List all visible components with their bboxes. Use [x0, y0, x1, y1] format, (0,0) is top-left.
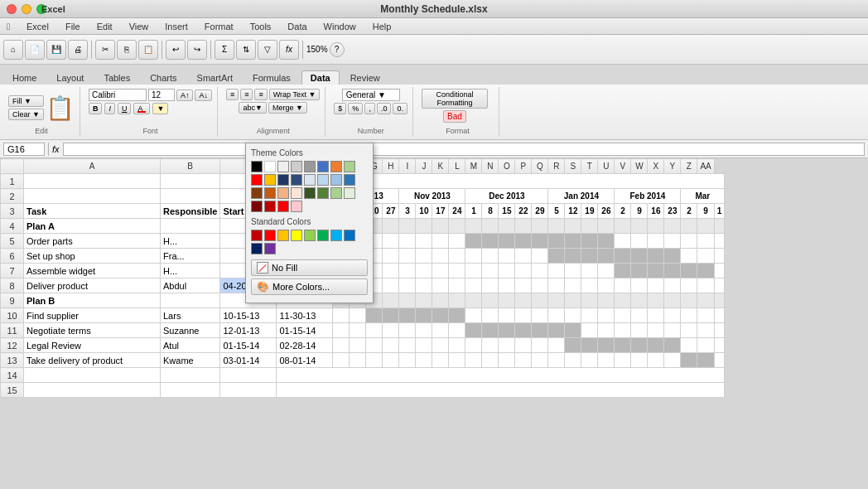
toolbar-save-btn[interactable]: 💾 [46, 40, 66, 60]
col-header-K[interactable]: K [432, 159, 449, 174]
std-swatch-10[interactable] [264, 243, 276, 254]
wrap-text-btn[interactable]: Wrap Text ▼ [269, 89, 321, 100]
clear-btn[interactable]: Clear ▼ [8, 109, 44, 120]
swatch-lightblue2[interactable] [317, 174, 329, 186]
start-legal[interactable]: 01-15-14 [220, 338, 277, 353]
col-header-V[interactable]: V [615, 159, 631, 174]
swatch-lightgray[interactable] [277, 161, 289, 172]
currency-btn[interactable]: $ [334, 103, 346, 114]
end-negotiate[interactable]: 01-15-14 [277, 323, 333, 338]
col-header-U[interactable]: U [598, 159, 615, 174]
swatch-palegreen[interactable] [344, 187, 355, 199]
swatch-darkred[interactable] [251, 201, 263, 212]
end-delivery[interactable]: 08-01-14 [277, 353, 333, 368]
tab-data[interactable]: Data [301, 70, 340, 85]
cell-A14[interactable] [24, 368, 161, 383]
resp-deliver[interactable]: Abdul [161, 278, 220, 293]
task-deliver[interactable]: Deliver product [24, 278, 161, 293]
start-negotiate[interactable]: 12-01-13 [220, 323, 277, 338]
tab-review[interactable]: Review [341, 70, 389, 85]
menu-file[interactable]: File [62, 22, 84, 31]
cell-C15[interactable] [220, 383, 277, 398]
more-colors-btn[interactable]: 🎨 More Colors... [251, 278, 368, 295]
conditional-formatting-btn[interactable]: ConditionalFormatting [422, 89, 488, 109]
cell-reference[interactable] [3, 143, 45, 156]
col-header-A[interactable]: A [24, 159, 161, 174]
close-button[interactable] [7, 4, 17, 14]
task-negotiate[interactable]: Negotiate terms [24, 323, 161, 338]
comma-btn[interactable]: , [364, 103, 375, 114]
start-find-supplier[interactable]: 10-15-13 [220, 308, 277, 323]
col-header-H[interactable]: H [383, 159, 399, 174]
decimal-inc-btn[interactable]: .0 [377, 103, 392, 114]
toolbar-print-btn[interactable]: 🖨 [68, 40, 88, 60]
align-center-btn[interactable]: ≡ [240, 89, 253, 100]
col-header-T[interactable]: T [581, 159, 598, 174]
col-header-J[interactable]: J [416, 159, 432, 174]
col-header-Y[interactable]: Y [664, 159, 681, 174]
col-header-O[interactable]: O [499, 159, 515, 174]
toolbar-paste-btn[interactable]: 📋 [138, 40, 158, 60]
underline-btn[interactable]: U [118, 103, 132, 114]
col-header-Z[interactable]: Z [681, 159, 697, 174]
col-header-R[interactable]: R [548, 159, 565, 174]
col-header-AA[interactable]: AA [697, 159, 714, 174]
cell-A15[interactable] [24, 383, 161, 398]
swatch-blue[interactable] [317, 161, 329, 172]
std-swatch-8[interactable] [344, 230, 355, 241]
end-find-supplier[interactable]: 11-30-13 [277, 308, 333, 323]
resp-assemble[interactable]: H... [161, 264, 220, 278]
task-find-supplier[interactable]: Find supplier [24, 308, 161, 323]
std-swatch-9[interactable] [251, 243, 263, 254]
resp-setup[interactable]: Fra... [161, 249, 220, 264]
toolbar-redo-btn[interactable]: ↪ [187, 40, 207, 60]
cell-A1[interactable] [24, 174, 161, 189]
fill-color-btn[interactable]: ▼ [152, 103, 168, 114]
align-left-btn[interactable]: ≡ [226, 89, 239, 100]
swatch-black[interactable] [251, 161, 263, 172]
swatch-green[interactable] [344, 161, 355, 172]
cell-B15[interactable] [161, 383, 220, 398]
menu-excel[interactable]: Excel [23, 22, 52, 31]
minimize-button[interactable] [22, 4, 31, 14]
italic-btn[interactable]: I [104, 103, 115, 114]
task-setup[interactable]: Set up shop [24, 249, 161, 264]
toolbar-copy-btn[interactable]: ⎘ [117, 40, 137, 60]
col-header-W[interactable]: W [631, 159, 648, 174]
toolbar-function-btn[interactable]: fx [279, 40, 299, 60]
tab-smartart[interactable]: SmartArt [188, 70, 242, 85]
toolbar-sort-btn[interactable]: ⇅ [236, 40, 256, 60]
col-header-M[interactable]: M [465, 159, 482, 174]
resp-delivery[interactable]: Kwame [161, 353, 220, 368]
start-delivery[interactable]: 03-01-14 [220, 353, 277, 368]
tab-tables[interactable]: Tables [94, 70, 139, 85]
col-header-I[interactable]: I [399, 159, 416, 174]
tab-formulas[interactable]: Formulas [244, 70, 300, 85]
toolbar-filter-btn[interactable]: ▽ [258, 40, 277, 60]
font-name-input[interactable] [89, 89, 147, 101]
cell-D15-on[interactable] [277, 383, 725, 398]
menu-format[interactable]: Format [201, 22, 237, 31]
swatch-white[interactable] [264, 161, 276, 172]
swatch-darknavy[interactable] [277, 174, 289, 186]
cell-B4[interactable] [161, 219, 220, 234]
swatch-yellow[interactable] [264, 174, 276, 186]
menu-help[interactable]: Help [369, 22, 395, 31]
formula-input[interactable] [63, 143, 865, 156]
resp-negotiate[interactable]: Suzanne [161, 323, 220, 338]
col-header-B[interactable]: B [161, 159, 220, 174]
std-swatch-7[interactable] [330, 230, 342, 241]
task-delivery[interactable]: Take delivery of product [24, 353, 161, 368]
col-header-Q[interactable]: Q [532, 159, 548, 174]
std-swatch-2[interactable] [264, 230, 276, 241]
percent-btn[interactable]: % [348, 103, 363, 114]
end-legal[interactable]: 02-28-14 [277, 338, 333, 353]
task-assemble[interactable]: Assemble widget [24, 264, 161, 278]
cell-B1[interactable] [161, 174, 220, 189]
menu-view[interactable]: View [126, 22, 152, 31]
menu-edit[interactable]: Edit [94, 22, 116, 31]
cell-A2[interactable] [24, 189, 161, 204]
swatch-lightorange1[interactable] [277, 187, 289, 199]
std-swatch-5[interactable] [304, 230, 316, 241]
swatch-lightgreen[interactable] [330, 187, 342, 199]
